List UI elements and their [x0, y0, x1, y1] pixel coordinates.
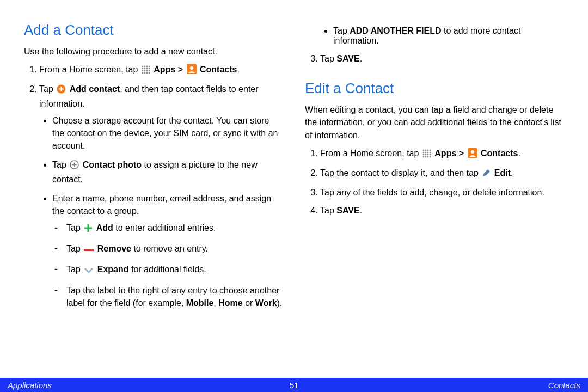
- two-column-content: Add a Contact Use the following procedur…: [0, 0, 588, 316]
- edit-steps: From a Home screen, tap Apps > Contacts.…: [305, 147, 564, 217]
- heading-edit-contact: Edit a Contact: [305, 80, 564, 97]
- add-bullets: Choose a storage account for the contact…: [39, 114, 283, 309]
- text: for additional fields.: [129, 265, 206, 274]
- apps-label: Apps: [154, 65, 175, 74]
- chevron-down-icon: [84, 265, 94, 277]
- svg-point-29: [422, 154, 424, 155]
- svg-point-38: [471, 150, 474, 154]
- svg-point-7: [148, 68, 150, 70]
- dash-add: Tap Add to enter additional entries.: [66, 222, 283, 236]
- work-label: Work: [255, 298, 277, 308]
- edit-step-3: Tap any of the fields to add, change, or…: [320, 186, 564, 199]
- text: ,: [213, 298, 218, 308]
- contact-photo-label: Contact photo: [83, 160, 142, 169]
- save-label: SAVE: [336, 206, 359, 215]
- add-steps-cont: Tap SAVE.: [305, 52, 564, 65]
- bullet-enter-name: Enter a name, phone number, email addres…: [52, 192, 283, 309]
- text: From a Home screen, tap: [320, 149, 421, 158]
- svg-point-23: [427, 149, 428, 151]
- svg-point-3: [148, 66, 150, 68]
- dash-expand: Tap Expand for additional fields.: [66, 263, 283, 277]
- pencil-icon: [482, 168, 491, 181]
- svg-point-5: [144, 68, 145, 70]
- dash-label: Tap the label to the right of any entry …: [66, 284, 283, 309]
- add-label: Add: [96, 223, 113, 232]
- bullet-photo: Tap Contact photo to assign a picture to…: [52, 158, 283, 185]
- add-dashes: Tap Add to enter additional entries. Tap…: [52, 222, 283, 309]
- period: .: [518, 149, 520, 158]
- footer-left: Applications: [8, 381, 52, 390]
- text: ).: [277, 298, 283, 308]
- edit-step-1: From a Home screen, tap Apps > Contacts.: [320, 147, 564, 161]
- text: Tap: [333, 26, 350, 35]
- text: Enter a name, phone number, email addres…: [52, 194, 271, 216]
- intro-add: Use the following procedure to add a new…: [24, 45, 283, 58]
- add-another-field-label: ADD ANOTHER FIELD: [350, 26, 441, 35]
- expand-label: Expand: [97, 265, 129, 274]
- add-bullets-cont: Tap ADD ANOTHER FIELD to add more contac…: [320, 26, 564, 46]
- plus-icon: [84, 223, 93, 236]
- svg-point-4: [142, 68, 143, 70]
- svg-point-35: [427, 156, 428, 157]
- text: .: [511, 168, 513, 177]
- apps-grid-icon: [422, 149, 431, 161]
- text: Tap: [320, 54, 336, 63]
- svg-point-1: [144, 66, 145, 68]
- svg-point-30: [425, 154, 426, 155]
- intro-edit: When editing a contact, you can tap a fi…: [305, 103, 564, 142]
- period: .: [237, 65, 239, 74]
- apps-grid-icon: [142, 65, 150, 77]
- add-contact-label: Add contact: [70, 84, 120, 94]
- text: From a Home screen, tap: [39, 65, 140, 74]
- svg-point-33: [422, 156, 424, 157]
- svg-point-0: [142, 66, 143, 68]
- svg-point-22: [425, 149, 426, 151]
- svg-point-28: [429, 151, 431, 153]
- edit-label: Edit: [494, 168, 511, 177]
- svg-point-14: [146, 72, 148, 74]
- edit-step-4: Tap SAVE.: [320, 204, 564, 217]
- svg-point-34: [425, 156, 426, 157]
- remove-label: Remove: [97, 244, 131, 253]
- svg-point-15: [148, 72, 150, 74]
- home-label: Home: [218, 298, 242, 308]
- gt: >: [456, 149, 466, 158]
- mobile-label: Mobile: [186, 298, 214, 308]
- contacts-label: Contacts: [481, 149, 518, 158]
- save-label: SAVE: [336, 54, 359, 63]
- svg-point-31: [427, 154, 428, 155]
- svg-rect-20: [84, 249, 94, 251]
- contact-photo-icon: [70, 160, 79, 173]
- edit-step-2: Tap the contact to display it, and then …: [320, 167, 564, 181]
- bullet-storage: Choose a storage account for the contact…: [52, 114, 283, 152]
- text: to enter additional entries.: [113, 223, 216, 232]
- text: Tap: [66, 265, 83, 274]
- text: .: [360, 206, 362, 215]
- text: or: [243, 298, 255, 308]
- svg-point-24: [429, 149, 431, 151]
- add-step-3: Tap SAVE.: [320, 52, 564, 65]
- svg-point-10: [146, 70, 148, 72]
- minus-icon: [84, 244, 94, 256]
- svg-point-6: [146, 68, 148, 70]
- svg-point-25: [422, 151, 424, 153]
- contacts-label: Contacts: [200, 65, 237, 74]
- document-page: Add a Contact Use the following procedur…: [0, 0, 588, 392]
- add-step-1: From a Home screen, tap Apps > Contacts.: [39, 63, 283, 77]
- text: .: [360, 54, 362, 63]
- text: Tap the contact to display it, and then …: [320, 168, 481, 177]
- text: Tap: [66, 223, 83, 232]
- page-number: 51: [290, 381, 299, 390]
- svg-point-2: [146, 66, 148, 68]
- svg-point-21: [422, 149, 424, 151]
- page-footer: Applications 51 Contacts: [0, 378, 588, 392]
- svg-point-9: [144, 70, 145, 72]
- svg-point-11: [148, 70, 150, 72]
- svg-point-17: [190, 66, 193, 70]
- gt: >: [175, 65, 185, 74]
- text: Tap: [66, 244, 83, 253]
- svg-point-36: [429, 156, 431, 157]
- text: to remove an entry.: [131, 244, 208, 253]
- svg-point-8: [142, 70, 143, 72]
- text: Tap: [39, 84, 56, 94]
